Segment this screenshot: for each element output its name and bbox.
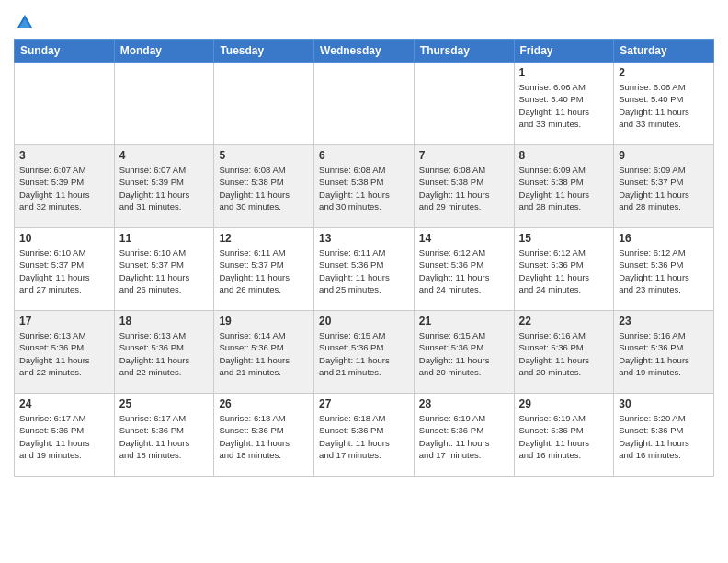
day-cell bbox=[15, 63, 115, 145]
day-info: Sunrise: 6:12 AM Sunset: 5:36 PM Dayligh… bbox=[619, 247, 709, 295]
day-number: 26 bbox=[219, 397, 309, 410]
day-number: 29 bbox=[519, 397, 609, 410]
weekday-header-thursday: Thursday bbox=[414, 40, 514, 63]
day-number: 15 bbox=[519, 232, 609, 245]
weekday-header-monday: Monday bbox=[114, 40, 214, 63]
week-row-5: 24Sunrise: 6:17 AM Sunset: 5:36 PM Dayli… bbox=[15, 394, 714, 477]
day-cell bbox=[414, 63, 514, 145]
day-info: Sunrise: 6:17 AM Sunset: 5:36 PM Dayligh… bbox=[119, 412, 210, 461]
day-number: 24 bbox=[19, 397, 109, 410]
day-cell bbox=[114, 63, 214, 145]
day-cell: 29Sunrise: 6:19 AM Sunset: 5:36 PM Dayli… bbox=[514, 394, 614, 477]
day-info: Sunrise: 6:13 AM Sunset: 5:36 PM Dayligh… bbox=[19, 329, 109, 378]
day-number: 21 bbox=[419, 315, 509, 327]
logo bbox=[14, 9, 34, 31]
day-info: Sunrise: 6:18 AM Sunset: 5:36 PM Dayligh… bbox=[319, 412, 409, 461]
day-cell: 25Sunrise: 6:17 AM Sunset: 5:36 PM Dayli… bbox=[114, 394, 214, 477]
day-number: 5 bbox=[219, 149, 309, 162]
day-number: 12 bbox=[219, 232, 309, 245]
page: SundayMondayTuesdayWednesdayThursdayFrid… bbox=[0, 0, 728, 490]
day-info: Sunrise: 6:06 AM Sunset: 5:40 PM Dayligh… bbox=[519, 81, 609, 130]
day-cell: 6Sunrise: 6:08 AM Sunset: 5:38 PM Daylig… bbox=[314, 145, 415, 228]
day-info: Sunrise: 6:11 AM Sunset: 5:36 PM Dayligh… bbox=[319, 247, 409, 295]
day-number: 9 bbox=[619, 149, 709, 162]
week-row-1: 1Sunrise: 6:06 AM Sunset: 5:40 PM Daylig… bbox=[15, 63, 714, 145]
header bbox=[14, 9, 714, 31]
day-number: 23 bbox=[619, 315, 709, 327]
day-cell bbox=[314, 63, 415, 145]
day-number: 22 bbox=[519, 315, 609, 327]
day-cell: 4Sunrise: 6:07 AM Sunset: 5:39 PM Daylig… bbox=[114, 145, 214, 228]
day-cell: 2Sunrise: 6:06 AM Sunset: 5:40 PM Daylig… bbox=[614, 63, 714, 145]
day-number: 25 bbox=[119, 397, 210, 410]
day-info: Sunrise: 6:16 AM Sunset: 5:36 PM Dayligh… bbox=[519, 329, 609, 378]
day-number: 8 bbox=[519, 149, 609, 162]
day-info: Sunrise: 6:19 AM Sunset: 5:36 PM Dayligh… bbox=[419, 412, 509, 461]
day-number: 13 bbox=[319, 232, 409, 245]
day-cell: 23Sunrise: 6:16 AM Sunset: 5:36 PM Dayli… bbox=[614, 311, 714, 394]
day-info: Sunrise: 6:10 AM Sunset: 5:37 PM Dayligh… bbox=[19, 247, 109, 295]
day-info: Sunrise: 6:09 AM Sunset: 5:38 PM Dayligh… bbox=[519, 164, 609, 213]
day-cell: 7Sunrise: 6:08 AM Sunset: 5:38 PM Daylig… bbox=[414, 145, 514, 228]
day-cell bbox=[214, 63, 314, 145]
day-info: Sunrise: 6:16 AM Sunset: 5:36 PM Dayligh… bbox=[619, 329, 709, 378]
day-cell: 17Sunrise: 6:13 AM Sunset: 5:36 PM Dayli… bbox=[15, 311, 115, 394]
day-cell: 24Sunrise: 6:17 AM Sunset: 5:36 PM Dayli… bbox=[15, 394, 115, 477]
day-number: 11 bbox=[119, 232, 210, 245]
day-info: Sunrise: 6:11 AM Sunset: 5:37 PM Dayligh… bbox=[219, 247, 309, 295]
day-cell: 28Sunrise: 6:19 AM Sunset: 5:36 PM Dayli… bbox=[414, 394, 514, 477]
week-row-3: 10Sunrise: 6:10 AM Sunset: 5:37 PM Dayli… bbox=[15, 228, 714, 311]
weekday-header-row: SundayMondayTuesdayWednesdayThursdayFrid… bbox=[15, 40, 714, 63]
logo-icon bbox=[16, 13, 34, 31]
day-number: 2 bbox=[619, 66, 709, 79]
day-cell: 20Sunrise: 6:15 AM Sunset: 5:36 PM Dayli… bbox=[314, 311, 415, 394]
day-info: Sunrise: 6:12 AM Sunset: 5:36 PM Dayligh… bbox=[519, 247, 609, 295]
week-row-4: 17Sunrise: 6:13 AM Sunset: 5:36 PM Dayli… bbox=[15, 311, 714, 394]
day-cell: 11Sunrise: 6:10 AM Sunset: 5:37 PM Dayli… bbox=[114, 228, 214, 311]
day-info: Sunrise: 6:07 AM Sunset: 5:39 PM Dayligh… bbox=[119, 164, 210, 213]
day-info: Sunrise: 6:08 AM Sunset: 5:38 PM Dayligh… bbox=[219, 164, 309, 213]
day-cell: 19Sunrise: 6:14 AM Sunset: 5:36 PM Dayli… bbox=[214, 311, 314, 394]
day-number: 27 bbox=[319, 397, 409, 410]
day-cell: 12Sunrise: 6:11 AM Sunset: 5:37 PM Dayli… bbox=[214, 228, 314, 311]
day-info: Sunrise: 6:13 AM Sunset: 5:36 PM Dayligh… bbox=[119, 329, 210, 378]
day-cell: 1Sunrise: 6:06 AM Sunset: 5:40 PM Daylig… bbox=[514, 63, 614, 145]
day-cell: 3Sunrise: 6:07 AM Sunset: 5:39 PM Daylig… bbox=[15, 145, 115, 228]
day-info: Sunrise: 6:15 AM Sunset: 5:36 PM Dayligh… bbox=[319, 329, 409, 378]
day-cell: 15Sunrise: 6:12 AM Sunset: 5:36 PM Dayli… bbox=[514, 228, 614, 311]
day-number: 7 bbox=[419, 149, 509, 162]
day-info: Sunrise: 6:07 AM Sunset: 5:39 PM Dayligh… bbox=[19, 164, 109, 213]
day-info: Sunrise: 6:06 AM Sunset: 5:40 PM Dayligh… bbox=[619, 81, 709, 130]
day-number: 16 bbox=[619, 232, 709, 245]
day-cell: 18Sunrise: 6:13 AM Sunset: 5:36 PM Dayli… bbox=[114, 311, 214, 394]
weekday-header-saturday: Saturday bbox=[614, 40, 714, 63]
day-cell: 9Sunrise: 6:09 AM Sunset: 5:37 PM Daylig… bbox=[614, 145, 714, 228]
day-info: Sunrise: 6:19 AM Sunset: 5:36 PM Dayligh… bbox=[519, 412, 609, 461]
day-cell: 27Sunrise: 6:18 AM Sunset: 5:36 PM Dayli… bbox=[314, 394, 415, 477]
day-number: 19 bbox=[219, 315, 309, 327]
day-number: 3 bbox=[19, 149, 109, 162]
day-info: Sunrise: 6:20 AM Sunset: 5:36 PM Dayligh… bbox=[619, 412, 709, 461]
calendar: SundayMondayTuesdayWednesdayThursdayFrid… bbox=[14, 39, 714, 477]
day-number: 30 bbox=[619, 397, 709, 410]
day-cell: 10Sunrise: 6:10 AM Sunset: 5:37 PM Dayli… bbox=[15, 228, 115, 311]
day-info: Sunrise: 6:09 AM Sunset: 5:37 PM Dayligh… bbox=[619, 164, 709, 213]
day-cell: 21Sunrise: 6:15 AM Sunset: 5:36 PM Dayli… bbox=[414, 311, 514, 394]
day-number: 4 bbox=[119, 149, 210, 162]
day-number: 10 bbox=[19, 232, 109, 245]
day-number: 20 bbox=[319, 315, 409, 327]
week-row-2: 3Sunrise: 6:07 AM Sunset: 5:39 PM Daylig… bbox=[15, 145, 714, 228]
weekday-header-wednesday: Wednesday bbox=[314, 40, 415, 63]
day-cell: 8Sunrise: 6:09 AM Sunset: 5:38 PM Daylig… bbox=[514, 145, 614, 228]
day-cell: 13Sunrise: 6:11 AM Sunset: 5:36 PM Dayli… bbox=[314, 228, 415, 311]
day-info: Sunrise: 6:12 AM Sunset: 5:36 PM Dayligh… bbox=[419, 247, 509, 295]
day-info: Sunrise: 6:10 AM Sunset: 5:37 PM Dayligh… bbox=[119, 247, 210, 295]
day-info: Sunrise: 6:14 AM Sunset: 5:36 PM Dayligh… bbox=[219, 329, 309, 378]
day-cell: 22Sunrise: 6:16 AM Sunset: 5:36 PM Dayli… bbox=[514, 311, 614, 394]
day-cell: 14Sunrise: 6:12 AM Sunset: 5:36 PM Dayli… bbox=[414, 228, 514, 311]
day-info: Sunrise: 6:17 AM Sunset: 5:36 PM Dayligh… bbox=[19, 412, 109, 461]
day-number: 14 bbox=[419, 232, 509, 245]
weekday-header-friday: Friday bbox=[514, 40, 614, 63]
day-number: 17 bbox=[19, 315, 109, 327]
day-info: Sunrise: 6:08 AM Sunset: 5:38 PM Dayligh… bbox=[419, 164, 509, 213]
